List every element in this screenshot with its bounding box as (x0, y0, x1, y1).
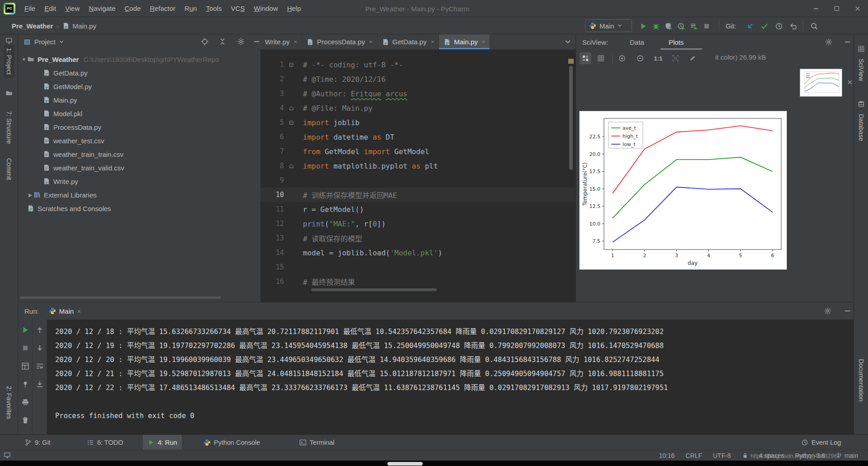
menu-item-file[interactable]: File (20, 3, 40, 14)
caret-position[interactable]: 10:16 (659, 452, 675, 459)
grid-view-button[interactable] (595, 52, 607, 64)
menu-item-tools[interactable]: Tools (202, 3, 226, 14)
tree-item-main-py[interactable]: Main.py (18, 93, 260, 107)
fold-marker-icon[interactable] (284, 62, 298, 68)
stop-button[interactable] (702, 21, 712, 31)
editor-tab-main-py[interactable]: Main.py× (439, 34, 490, 49)
breadcrumb-project[interactable]: Pre_Weather (12, 22, 53, 30)
breadcrumb-file[interactable]: Main.py (72, 22, 96, 30)
code-line-8[interactable]: 8import matplotlib.pyplot as plt (260, 159, 576, 173)
chevron-right-icon[interactable]: ▶ (27, 193, 33, 198)
close-window-button[interactable] (847, 0, 868, 17)
hide-panel-icon[interactable] (844, 307, 852, 315)
close-plot-icon[interactable] (846, 79, 854, 86)
code-line-12[interactable]: 12print("MAE:", r[0]) (260, 217, 576, 231)
chevron-down-icon[interactable] (59, 40, 64, 44)
fold-marker-icon[interactable] (284, 163, 298, 169)
code-line-11[interactable]: 11r = GetModel() (260, 202, 576, 217)
tree-item-write-py[interactable]: Write.py (18, 174, 260, 188)
hide-panel-icon[interactable] (844, 38, 852, 46)
code-line-1[interactable]: 1# -*- coding: utf-8 -*- (260, 57, 576, 72)
menu-item-edit[interactable]: Edit (40, 3, 61, 14)
menu-item-vcs[interactable]: VCS (226, 3, 250, 14)
fold-marker-icon[interactable] (284, 105, 298, 111)
sidebar-item-commit[interactable]: Commit (4, 155, 14, 183)
code-line-14[interactable]: 14model = joblib.load('Model.pkl') (260, 245, 576, 260)
chevron-down-icon[interactable]: ▼ (21, 57, 27, 62)
sidebar-item-project[interactable]: 1: Project (4, 45, 14, 77)
tree-item-model-pkl[interactable]: ?Model.pkl (18, 107, 260, 120)
tab-data[interactable]: Data (627, 34, 647, 50)
scroll-to-end-icon[interactable] (36, 380, 44, 388)
close-tab-icon[interactable]: × (482, 38, 486, 45)
menu-item-view[interactable]: View (61, 3, 84, 14)
tree-item-getmodel-py[interactable]: GetModel.py (18, 80, 260, 93)
edit-plot-button[interactable] (687, 52, 698, 64)
close-tab-icon[interactable]: × (431, 38, 434, 45)
fit-to-window-button[interactable] (670, 52, 681, 64)
code-line-9[interactable]: 9 (260, 173, 576, 188)
profiler-button[interactable] (676, 21, 686, 31)
git-commit-button[interactable] (760, 21, 769, 31)
tree-item-processdata-py[interactable]: ProcessData.py (18, 120, 260, 134)
tool-button-todo[interactable]: 6: TODO (82, 435, 127, 450)
tree-item-weather-test-csv[interactable]: weather_test.csv (18, 134, 260, 147)
run-button[interactable] (638, 21, 648, 31)
rerun-icon[interactable] (21, 326, 29, 334)
collapse-all-icon[interactable] (218, 38, 226, 46)
gear-icon[interactable] (237, 38, 245, 46)
menu-item-code[interactable]: Code (120, 3, 146, 14)
code-line-6[interactable]: 6import datetime as DT (260, 130, 576, 144)
sidebar-item-favorites[interactable]: 2: Favorites (4, 383, 14, 422)
tree-item-weather-train-train-csv[interactable]: weather_train_train.csv (18, 147, 260, 161)
code-line-15[interactable]: 15 (260, 260, 576, 274)
code-line-3[interactable]: 3# @Author: Eritque arcus (260, 86, 576, 101)
code-area[interactable]: 1# -*- coding: utf-8 -*-2# @Time: 2020/1… (260, 50, 576, 289)
git-rollback-button[interactable] (788, 21, 798, 31)
fold-marker-icon[interactable] (284, 120, 298, 126)
tree-item-pre-weather[interactable]: ▼Pre_WeatherC:\Users\19308\Desktop\git\P… (18, 52, 260, 66)
code-line-16[interactable]: 16# 最终预测结果 (260, 274, 576, 289)
plot-image[interactable]: 7.510.012.515.017.520.022.5123456ave_thi… (579, 111, 787, 270)
tool-button-run[interactable]: 4: Run (143, 435, 182, 450)
stop-icon[interactable] (21, 344, 29, 352)
sidebar-item-documentation[interactable]: Documentation (856, 356, 866, 404)
git-history-button[interactable] (774, 21, 784, 31)
gear-icon[interactable] (825, 38, 833, 46)
run-with-options-button[interactable] (689, 21, 699, 31)
plot-thumbnail[interactable] (800, 69, 842, 97)
code-line-4[interactable]: 4# @File: Main.py (260, 101, 576, 115)
print-icon[interactable] (21, 398, 29, 406)
close-tab-icon[interactable]: × (294, 38, 297, 45)
run-tab-main[interactable]: Main × (49, 307, 81, 315)
menu-item-run[interactable]: Run (180, 3, 202, 14)
locate-file-icon[interactable] (201, 38, 209, 46)
pin-icon[interactable] (21, 380, 29, 388)
maximize-window-button[interactable] (826, 0, 847, 17)
project-horizontal-scrollbar[interactable] (20, 297, 221, 299)
tool-button-python-console[interactable]: Python Console (199, 435, 264, 450)
file-encoding[interactable]: UTF-8 (713, 452, 731, 459)
sidebar-item-structure[interactable]: 7: Structure (4, 108, 14, 146)
tool-button-event-log[interactable]: Event Log (797, 435, 845, 450)
code-line-10[interactable]: 10# 训练并保存模型并返回MAE (260, 188, 576, 202)
tree-item-scratches-and-consoles[interactable]: Scratches and Consoles (18, 202, 260, 215)
menu-item-window[interactable]: Window (250, 3, 283, 14)
close-tab-icon[interactable]: × (77, 307, 81, 315)
tab-plots[interactable]: Plots (666, 34, 686, 50)
close-tab-icon[interactable]: × (369, 38, 373, 45)
menu-item-refactor[interactable]: Refactor (145, 3, 180, 14)
code-line-5[interactable]: 5import joblib (260, 115, 576, 130)
soft-wrap-icon[interactable] (36, 362, 44, 370)
up-stack-icon[interactable] (36, 326, 44, 334)
gear-icon[interactable] (824, 307, 832, 315)
restore-layout-icon[interactable] (21, 362, 29, 370)
sidebar-item-database[interactable]: Database (856, 111, 866, 144)
sidebar-item-sciview[interactable]: SciView (856, 56, 866, 84)
editor-tab-write-py[interactable]: Write.py× (260, 34, 302, 49)
debug-button[interactable] (651, 21, 661, 31)
actual-size-button[interactable]: 1:1 (651, 55, 665, 62)
code-line-2[interactable]: 2# @Time: 2020/12/16 (260, 72, 576, 86)
coverage-button[interactable] (664, 21, 674, 31)
clear-console-icon[interactable] (21, 416, 29, 424)
